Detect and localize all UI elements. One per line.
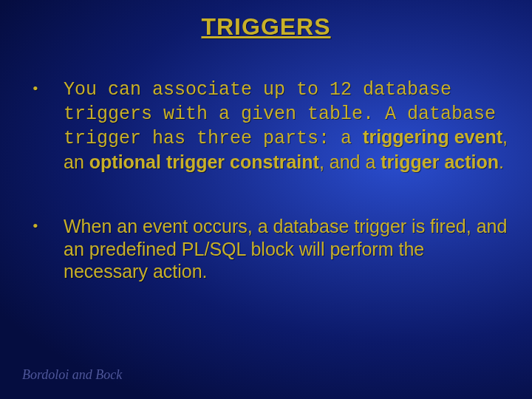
b1-seg2: triggering event — [363, 126, 502, 147]
footer-credit: Bordoloi and Bock — [22, 367, 122, 383]
slide-title: TRIGGERS — [22, 13, 510, 41]
b1-seg7: . — [499, 151, 504, 172]
slide: TRIGGERS You can associate up to 12 data… — [0, 0, 532, 399]
b1-seg6: trigger action — [381, 151, 499, 172]
bullet-1-text: You can associate up to 12 database trig… — [64, 78, 510, 174]
b1-seg5: , and a — [319, 151, 381, 172]
bullet-2: When an event occurs, a database trigger… — [22, 215, 510, 283]
b1-seg4: optional trigger constraint — [89, 151, 319, 172]
bullet-list: You can associate up to 12 database trig… — [22, 78, 510, 283]
bullet-1: You can associate up to 12 database trig… — [22, 78, 510, 174]
bullet-2-text: When an event occurs, a database trigger… — [64, 215, 510, 283]
